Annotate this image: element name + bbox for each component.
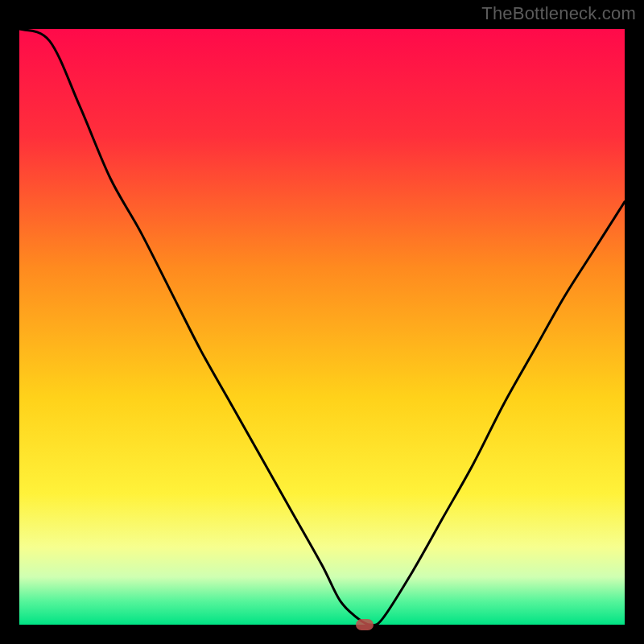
bottleneck-curve xyxy=(19,29,625,625)
optimum-marker xyxy=(356,619,374,630)
watermark-text: TheBottleneck.com xyxy=(481,3,636,24)
chart-stage: TheBottleneck.com xyxy=(0,0,644,644)
plot-area xyxy=(15,25,629,629)
